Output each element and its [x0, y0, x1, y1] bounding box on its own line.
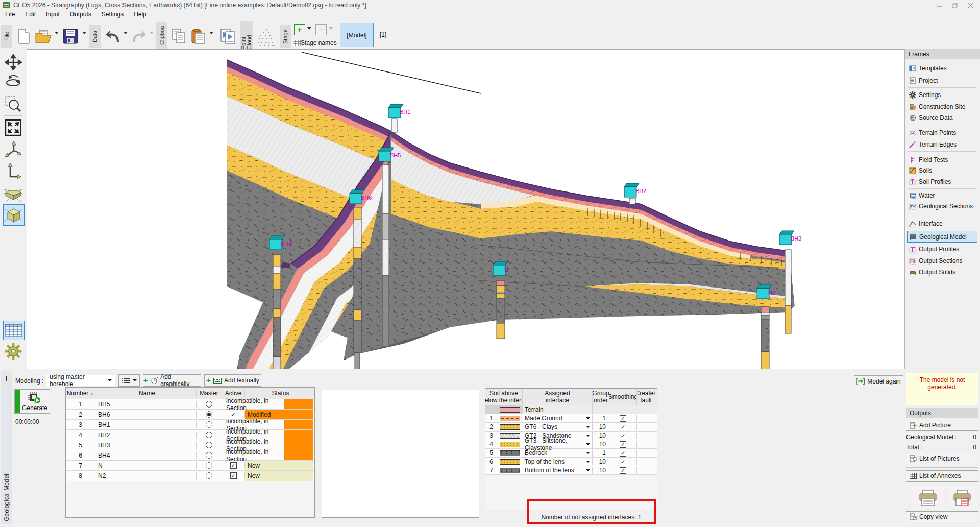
table-row[interactable]: 2GT6 - Clays10✓: [485, 423, 657, 432]
restore-button[interactable]: [947, 1, 963, 9]
table-row[interactable]: 1Made Ground1✓: [485, 414, 657, 423]
master-radio[interactable]: [206, 432, 212, 438]
menu-outputs[interactable]: Outputs: [65, 10, 96, 19]
redo-dropdown[interactable]: [149, 32, 155, 34]
save-button[interactable]: [61, 26, 80, 46]
frame-item-project[interactable]: Project: [907, 76, 977, 85]
table-row[interactable]: 6BH4incompatible, in Section: [66, 450, 314, 461]
add-picture-button[interactable]: + Add Picture: [906, 420, 978, 431]
frame-item-terrain-edges[interactable]: Terrain Edges: [907, 139, 977, 149]
smoothing-checkbox[interactable]: ✓: [620, 433, 626, 439]
zoom-window-tool[interactable]: [3, 95, 23, 113]
master-radio[interactable]: [206, 401, 212, 408]
frame-item-water[interactable]: Water: [907, 190, 977, 200]
close-button[interactable]: [963, 1, 978, 9]
table-row[interactable]: 7Bottom of the lens10✓: [485, 466, 657, 475]
table-row[interactable]: 8N2✓New: [66, 471, 314, 481]
perspective-view-tool[interactable]: [3, 186, 23, 204]
add-textually-button[interactable]: + Add textually: [204, 374, 261, 387]
axes-2d-tool[interactable]: [3, 161, 23, 180]
interface-dropdown[interactable]: [586, 417, 590, 419]
point-cloud-button[interactable]: [255, 25, 278, 47]
model-again-button[interactable]: Model again: [854, 375, 903, 387]
smoothing-checkbox[interactable]: ✓: [620, 441, 626, 448]
copy-button[interactable]: [170, 26, 188, 46]
master-radio[interactable]: [206, 452, 212, 459]
active-checkbox[interactable]: ✓: [230, 472, 237, 479]
frame-item-construction-site[interactable]: Construction Site: [907, 102, 977, 111]
frame-item-output-profiles[interactable]: Output Profiles: [907, 244, 977, 254]
rotate-tool[interactable]: [3, 73, 23, 91]
menu-settings[interactable]: Settings: [96, 10, 129, 19]
smoothing-checkbox[interactable]: ✓: [620, 415, 626, 422]
remove-stage-button[interactable]: −: [315, 24, 327, 35]
minimize-button[interactable]: [932, 1, 947, 9]
copy-picture-button[interactable]: [218, 26, 238, 46]
smoothing-checkbox[interactable]: ✓: [620, 459, 626, 465]
master-radio[interactable]: [206, 442, 212, 448]
outputs-collapse-button[interactable]: _: [971, 410, 974, 417]
table-view-tool[interactable]: [3, 321, 24, 340]
frame-item-geological-sections[interactable]: Geological Sections: [907, 201, 977, 211]
smoothing-checkbox[interactable]: ✓: [620, 450, 626, 457]
model-stage-button[interactable]: [Model]: [340, 23, 374, 47]
frame-item-output-sections[interactable]: Output Sections: [907, 256, 977, 266]
interface-dropdown[interactable]: [586, 443, 590, 445]
table-row[interactable]: 1BH5incompatible, in Section: [66, 399, 314, 410]
interface-dropdown[interactable]: [586, 469, 590, 471]
interface-dropdown[interactable]: [586, 452, 590, 454]
master-radio[interactable]: [206, 462, 212, 469]
axes-3d-tool[interactable]: [3, 140, 23, 158]
list-of-pictures-button[interactable]: List of Pictures: [906, 453, 978, 464]
paste-dropdown[interactable]: [208, 32, 214, 34]
frame-item-field-tests[interactable]: Field Tests: [907, 155, 977, 164]
new-file-button[interactable]: [15, 26, 33, 46]
table-row[interactable]: 4GT3 - Siltstone, Claystone10✓: [485, 440, 657, 449]
list-view-options-button[interactable]: [118, 374, 140, 387]
mode-side-tab[interactable]: Geological Model: [1, 371, 12, 524]
settings-gear-tool[interactable]: [3, 341, 23, 362]
open-file-dropdown[interactable]: [54, 32, 60, 34]
menu-input[interactable]: Input: [41, 10, 65, 19]
add-stage-button[interactable]: +: [294, 24, 305, 35]
interface-dropdown[interactable]: [586, 435, 590, 437]
add-stage-dropdown[interactable]: [306, 27, 312, 30]
interface-dropdown[interactable]: [586, 461, 590, 463]
list-of-annexes-button[interactable]: List of Annexes: [906, 470, 978, 482]
redo-button[interactable]: [130, 26, 148, 46]
menu-edit[interactable]: Edit: [20, 10, 41, 19]
modeling-method-combo[interactable]: using master borehole: [46, 375, 115, 386]
frame-item-geological-model[interactable]: Geological Model: [907, 231, 977, 243]
table-row[interactable]: 6Top of the lens10✓: [485, 458, 657, 466]
master-radio[interactable]: [206, 421, 212, 428]
frame-item-output-solids[interactable]: Output Solids: [907, 267, 977, 277]
frame-item-interface[interactable]: Interface: [907, 219, 977, 228]
remove-stage-dropdown[interactable]: [328, 27, 334, 30]
print-selection-button[interactable]: [947, 487, 977, 509]
menu-help[interactable]: Help: [129, 10, 152, 19]
open-file-button[interactable]: [34, 26, 53, 46]
save-dropdown[interactable]: [81, 32, 87, 34]
interface-table-header[interactable]: Soil abovebelow the interfa Assignedinte…: [485, 389, 657, 405]
frame-item-templates[interactable]: Templates: [907, 63, 977, 73]
copy-view-button[interactable]: Copy view: [906, 511, 978, 522]
interface-dropdown[interactable]: [586, 426, 590, 428]
menu-file[interactable]: File: [0, 10, 20, 19]
undo-dropdown[interactable]: [122, 32, 129, 34]
stage-names-button[interactable]: Stage names: [293, 38, 337, 47]
master-radio[interactable]: [206, 472, 212, 479]
undo-button[interactable]: [104, 26, 122, 46]
smoothing-checkbox[interactable]: ✓: [620, 467, 626, 474]
detail-list-box[interactable]: [322, 390, 479, 518]
frames-collapse-button[interactable]: _: [973, 51, 976, 58]
frame-item-soil-profiles[interactable]: Soil Profiles: [907, 177, 977, 186]
frame-item-soils[interactable]: Soils: [907, 165, 977, 175]
table-row[interactable]: 5Bedrock1✓: [485, 449, 657, 458]
frame-item-source-data[interactable]: Source Data: [907, 113, 977, 123]
smoothing-checkbox[interactable]: ✓: [620, 424, 626, 430]
add-graphically-button[interactable]: + Add graphically: [143, 374, 201, 387]
paste-button[interactable]: [189, 26, 208, 46]
pan-tool[interactable]: [3, 53, 23, 71]
active-checkbox[interactable]: ✓: [230, 462, 237, 469]
generate-button[interactable]: Generate: [14, 389, 50, 414]
